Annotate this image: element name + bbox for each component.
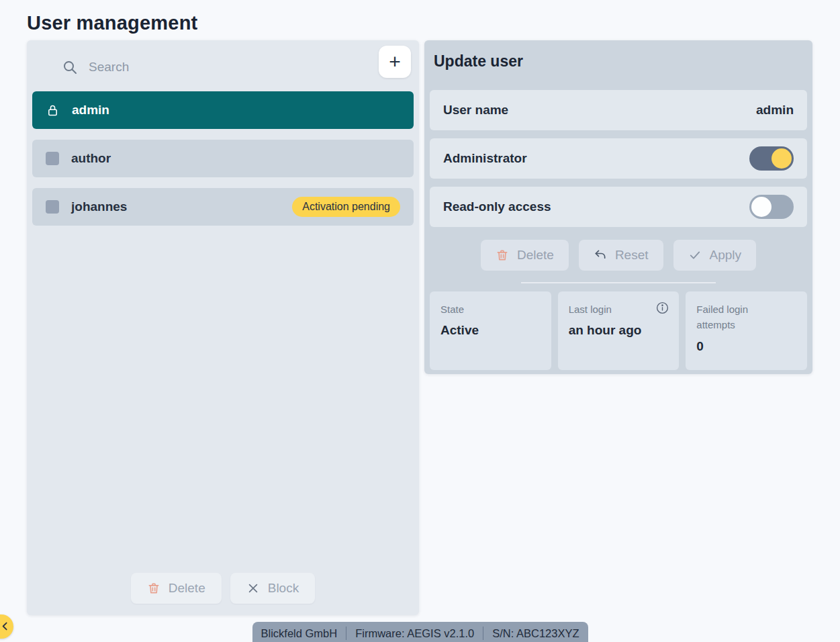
- user-name: johannes: [71, 199, 127, 214]
- lock-icon: [46, 103, 60, 118]
- administrator-row: Administrator: [430, 138, 807, 179]
- search-bar: +: [27, 40, 419, 91]
- divider: [521, 282, 716, 283]
- toggle-knob: [751, 197, 772, 217]
- chevron-left-icon: [0, 621, 11, 632]
- device-info-footer: Blickfeld GmbH Firmware: AEGIS v2.1.0 S/…: [252, 622, 588, 642]
- administrator-label: Administrator: [443, 151, 527, 166]
- footer-company: Blickfeld GmbH: [261, 627, 338, 640]
- check-icon: [688, 248, 702, 262]
- username-value: admin: [756, 103, 794, 118]
- readonly-toggle[interactable]: [749, 195, 794, 219]
- trash-icon: [496, 248, 509, 262]
- undo-icon: [594, 248, 607, 262]
- user-checkbox[interactable]: [46, 152, 59, 165]
- user-name: author: [71, 151, 111, 166]
- failed-attempts-label: Failed login attempts: [696, 302, 781, 333]
- footer-firmware: Firmware: AEGIS v2.1.0: [355, 627, 474, 640]
- failed-attempts-card: Failed login attempts 0: [686, 291, 807, 370]
- delete-user-label: Delete: [169, 581, 205, 596]
- page-title: User management: [27, 12, 197, 34]
- user-name: admin: [72, 103, 109, 118]
- user-row-admin[interactable]: admin: [32, 91, 414, 129]
- failed-attempts-value: 0: [696, 339, 796, 354]
- username-label: User name: [443, 103, 508, 118]
- apply-button[interactable]: Apply: [673, 240, 757, 271]
- apply-label: Apply: [710, 248, 742, 263]
- user-list-actions: Delete Block: [27, 573, 419, 604]
- reset-label: Reset: [615, 248, 649, 263]
- user-rows: admin author johannes Activation pending: [32, 91, 414, 226]
- readonly-row: Read-only access: [430, 187, 807, 227]
- activation-pending-badge: Activation pending: [292, 197, 400, 217]
- footer-separator: [346, 627, 346, 640]
- add-user-button[interactable]: +: [379, 46, 411, 78]
- user-row-johannes[interactable]: johannes Activation pending: [32, 188, 414, 226]
- stat-cards: State Active Last login an hour ago Fail…: [430, 291, 807, 370]
- toggle-knob: [772, 148, 792, 169]
- last-login-card: Last login an hour ago: [558, 291, 680, 370]
- user-checkbox[interactable]: [46, 200, 59, 214]
- readonly-label: Read-only access: [443, 199, 551, 214]
- user-list-panel: + admin author johannes Activation pendi…: [27, 40, 419, 615]
- last-login-value: an hour ago: [569, 323, 669, 338]
- delete-user-button[interactable]: Delete: [131, 573, 222, 604]
- delete-label: Delete: [517, 248, 554, 263]
- update-user-title: Update user: [434, 52, 523, 71]
- trash-icon: [147, 582, 160, 595]
- search-input[interactable]: [89, 52, 371, 82]
- footer-serial: S/N: ABC123XYZ: [492, 627, 579, 640]
- footer-separator: [483, 627, 483, 640]
- block-user-button[interactable]: Block: [230, 573, 315, 604]
- administrator-toggle[interactable]: [749, 146, 794, 171]
- collapse-sidebar-button[interactable]: [0, 614, 13, 639]
- last-login-label: Last login: [569, 302, 653, 317]
- update-user-panel: Update user User name admin Administrato…: [424, 40, 812, 374]
- reset-button[interactable]: Reset: [579, 240, 663, 271]
- state-value: Active: [440, 323, 541, 338]
- user-row-author[interactable]: author: [32, 140, 414, 177]
- state-label: State: [440, 302, 525, 317]
- state-card: State Active: [430, 291, 551, 370]
- block-user-label: Block: [268, 581, 299, 596]
- search-icon: [62, 59, 78, 75]
- update-user-actions: Delete Reset Apply: [424, 240, 812, 271]
- x-icon: [246, 582, 260, 595]
- username-field: User name admin: [430, 90, 807, 130]
- delete-button[interactable]: Delete: [481, 240, 569, 271]
- info-icon[interactable]: [655, 301, 669, 315]
